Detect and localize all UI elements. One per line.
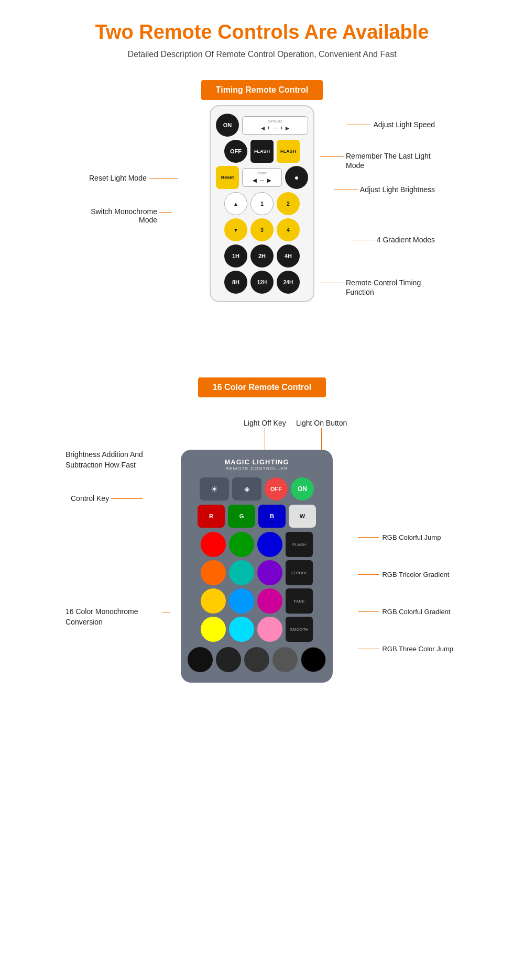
btn-brightness-down[interactable]: ☀ (200, 477, 229, 500)
btn-8h[interactable]: 8H (224, 271, 247, 294)
color-btn-amber[interactable] (201, 588, 226, 614)
color-btn-purple[interactable] (257, 560, 282, 585)
ann-switch-mono-text: Switch Monochrome Mode (79, 207, 157, 224)
ann-light-on: Light On Button (296, 418, 347, 454)
btn-3[interactable]: 3 (250, 218, 274, 241)
ann-rgb-jump: RGB Colorful Jump (358, 533, 453, 541)
btn-B[interactable]: B (258, 505, 286, 528)
ann-switch-mono: Switch Monochrome Mode (79, 207, 157, 224)
ann-light-off: Light Off Key (244, 418, 286, 454)
btn-off-2[interactable]: OFF (265, 477, 288, 500)
ann-adjust-brightness-text: Adjust Light Brightness (360, 185, 435, 194)
color-btn-blue[interactable] (257, 532, 282, 557)
ann-timing-text: Remote Control Timing Function (346, 279, 421, 296)
color-btn-darkest[interactable] (301, 647, 326, 672)
btn-2h[interactable]: 2H (250, 244, 274, 268)
remote2-header: MAGIC LIGHTING REMOTE CONTROLLER (187, 458, 326, 471)
timing-remote-body: ON SPEED ◄+ ─ +► (210, 105, 314, 302)
btn-brightness-up[interactable]: ◈ (232, 477, 261, 500)
btn-reset[interactable]: Reset (216, 166, 239, 189)
btn-G[interactable]: G (228, 505, 255, 528)
ann-rgb-tricolor: RGB Tricolor Gradient (358, 571, 453, 578)
ann-brightness-text: Brightness Addition And Subtraction How … (66, 450, 149, 470)
ann-control-key-text: Control Key (71, 494, 109, 503)
color-btn-skyblue[interactable] (229, 588, 254, 614)
btn-12h[interactable]: 12H (250, 271, 274, 294)
color-btn-teal[interactable] (229, 560, 254, 585)
ann-control-key: Control Key (71, 494, 143, 503)
btn-smooth[interactable]: SMOOTH (286, 617, 313, 642)
ann-rgb-tricolor-text: RGB Tricolor Gradient (382, 571, 449, 578)
color-btn-dark1[interactable] (188, 647, 213, 672)
btn-4[interactable]: 4 (277, 218, 300, 241)
ann-reset-light: Reset Light Mode (89, 173, 147, 183)
color-remote-body: MAGIC LIGHTING REMOTE CONTROLLER ☀ ◈ OFF… (181, 450, 333, 683)
color-btn-dark4[interactable] (272, 647, 298, 672)
ann-rgb-jump-text: RGB Colorful Jump (382, 533, 441, 541)
btn-on-2[interactable]: ON (291, 477, 314, 500)
ann-right-remote2: RGB Colorful Jump RGB Tricolor Gradient … (358, 533, 453, 653)
color-btn-dark2[interactable] (216, 647, 241, 672)
section-color-remote: 16 Color Remote Control Light Off Key Li… (0, 377, 524, 774)
page-header: Two Remote Controls Are Available Detail… (0, 0, 524, 64)
color-btn-yellow[interactable] (201, 617, 226, 642)
ann-remember-text: Remember The Last Light Mode (346, 151, 435, 170)
color-btn-red[interactable] (201, 532, 226, 557)
ann-4-gradient: 4 Gradient Modes (377, 235, 435, 244)
color-btn-pink[interactable] (257, 588, 282, 614)
ann-16-color: 16 Color Monochrome Conversion (66, 607, 160, 627)
ann-rgb-3color-jump: RGB Three Color Jump (358, 645, 453, 653)
ann-rgb-colorful: RGB Colorful Gradient (358, 608, 453, 616)
timing-remote-badge: Timing Remote Control (201, 80, 323, 100)
btn-flash-func[interactable]: FLASH (286, 532, 313, 557)
ann-adjust-speed: Adjust Light Speed (373, 120, 435, 129)
btn-down[interactable]: ▼ (224, 218, 247, 241)
btn-2[interactable]: 2 (277, 192, 300, 215)
color-btn-cyan[interactable] (229, 617, 254, 642)
btn-flash1[interactable]: FLASH (250, 140, 274, 163)
ann-adjust-speed-text: Adjust Light Speed (373, 120, 435, 129)
page-title: Two Remote Controls Are Available (10, 21, 514, 43)
ann-timing-func: Remote Control Timing Function (346, 278, 440, 297)
btn-off[interactable]: OFF (224, 140, 247, 163)
color-btn-green[interactable] (229, 532, 254, 557)
ann-rgb-colorful-text: RGB Colorful Gradient (382, 608, 450, 616)
btn-R[interactable]: R (198, 505, 225, 528)
remote2-title: MAGIC LIGHTING (187, 458, 326, 466)
btn-W[interactable]: W (289, 505, 316, 528)
color-remote-badge: 16 Color Remote Control (198, 377, 326, 397)
section-timing-remote: Timing Remote Control Reset Light Mode S… (0, 80, 524, 346)
btn-1h[interactable]: 1H (224, 244, 247, 268)
ann-brightness-control: Brightness Addition And Subtraction How … (66, 450, 149, 470)
btn-fade[interactable]: FADE (286, 588, 313, 614)
page-subtitle: Detailed Description Of Remote Control O… (10, 50, 514, 59)
btn-bright-right[interactable]: ● (285, 166, 308, 189)
color-btn-lightpink[interactable] (257, 617, 282, 642)
btn-1[interactable]: 1 (250, 192, 274, 215)
btn-on[interactable]: ON (216, 114, 239, 137)
ann-reset-light-text: Reset Light Mode (89, 174, 147, 182)
color-btn-dark3[interactable] (244, 647, 269, 672)
ann-remember-last: Remember The Last Light Mode (346, 151, 435, 170)
btn-24h[interactable]: 24H (277, 271, 300, 294)
btn-flash2[interactable]: FLASH (277, 140, 300, 163)
ann-4-gradient-text: 4 Gradient Modes (377, 236, 435, 244)
ann-16-color-text: 16 Color Monochrome Conversion (66, 607, 160, 627)
color-btn-orange[interactable] (201, 560, 226, 585)
ann-light-on-text: Light On Button (296, 419, 347, 427)
ann-light-off-text: Light Off Key (244, 419, 286, 427)
remote2-subtitle: REMOTE CONTROLLER (187, 466, 326, 471)
btn-strobe[interactable]: STROBE (286, 560, 313, 585)
btn-4h[interactable]: 4H (277, 244, 300, 268)
btn-up[interactable]: ▲ (224, 192, 247, 215)
ann-rgb-3color-text: RGB Three Color Jump (382, 645, 453, 653)
ann-adjust-brightness: Adjust Light Brightness (360, 185, 435, 194)
